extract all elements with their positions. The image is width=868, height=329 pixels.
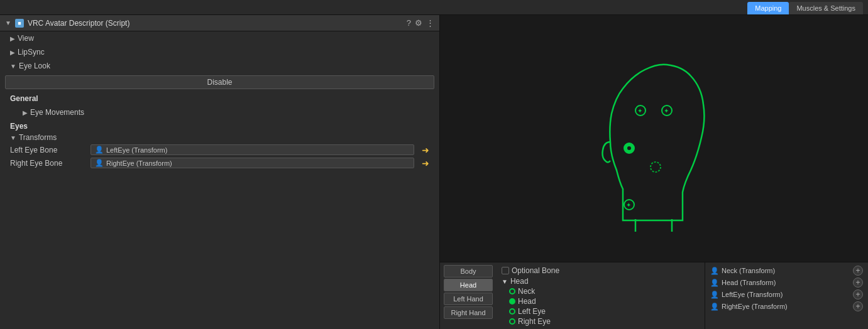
eye-movements-item[interactable]: ▶ Eye Movements [0,107,439,118]
script-actions: ? ⚙ ⋮ [407,18,434,28]
tree-righteye-item[interactable]: Right Eye [502,316,700,326]
left-eye-dot[interactable]: ✦ [635,105,646,116]
svg-text:✦: ✦ [664,107,669,114]
transforms-arrow-icon: ▼ [10,134,16,141]
neck-map-label: Neck (Transform) [722,267,775,274]
lefteye-map-label: LeftEye (Transform) [722,291,783,298]
righteye-map-add[interactable]: + [853,301,863,311]
script-title: VRC Avatar Descriptor (Script) [28,19,403,28]
left-eye-bone-icon: 👤 [95,146,104,154]
transforms-label[interactable]: ▼ Transforms [0,132,439,143]
yellow-arrow-1: ➜ [422,146,429,154]
ear-outline [602,142,610,163]
tree-section-head[interactable]: ▼ Head [502,276,700,286]
eyes-label: Eyes [0,118,439,132]
body-button[interactable]: Body [444,265,493,278]
tree-head-item-label: Head [518,297,536,306]
tab-bar: Mapping Muscles & Settings [0,0,868,15]
nav-lipsync-label: LipSync [18,48,45,57]
head-map-add[interactable]: + [853,278,863,288]
script-header: ▼ ■ VRC Avatar Descriptor (Script) ? ⚙ ⋮ [0,15,439,31]
optional-bone-row: Optional Bone [502,265,700,276]
bone-tree: Optional Bone ▼ Head Neck Head Left Eye [497,262,705,329]
svg-text:✦: ✦ [637,107,642,114]
bone-mapping: 👤 Neck (Transform) + 👤 Head (Transform) … [705,262,868,329]
right-eye-bone-icon: 👤 [95,159,104,167]
nav-eyelook[interactable]: ▼ Eye Look [0,59,439,73]
neck-map-row: 👤 Neck (Transform) + [710,265,863,276]
right-eye-bone-text: RightEye (Transform) [106,159,172,167]
help-icon[interactable]: ? [407,18,411,28]
left-eye-bone-label: Left Eye Bone [10,146,85,154]
head-map-label: Head (Transform) [722,279,776,286]
svg-text:✦: ✦ [626,202,631,208]
svg-point-6 [651,162,661,172]
tree-head-item[interactable]: Head [502,296,700,306]
lefteye-map-row: 👤 LeftEye (Transform) + [710,289,863,300]
tree-righteye-label: Right Eye [518,317,551,326]
left-eye-yellow-arrows: ➜ [422,146,429,154]
right-eye-dot[interactable]: ✦ [662,105,672,116]
head-map-icon: 👤 [710,279,719,287]
tree-lefteye-label: Left Eye [518,307,546,316]
settings-icon[interactable]: ⚙ [415,18,422,28]
right-eye-bone-value[interactable]: 👤 RightEye (Transform) [91,158,414,168]
general-label: General [10,94,429,103]
tab-muscles[interactable]: Muscles & Settings [789,2,863,14]
lefteye-tree-dot [509,308,515,315]
cheek-dot[interactable] [651,162,661,172]
yellow-arrow-2: ➜ [422,159,429,168]
tab-mapping[interactable]: Mapping [747,2,789,14]
left-panel: ▼ ■ VRC Avatar Descriptor (Script) ? ⚙ ⋮… [0,15,440,329]
lipsync-arrow-icon: ▶ [10,49,15,56]
righteye-map-icon: 👤 [710,303,719,311]
view-arrow-icon: ▶ [10,35,15,42]
lefteye-map-add[interactable]: + [853,289,863,299]
right-eye-bone-row: Right Eye Bone 👤 RightEye (Transform) ➜ [0,156,439,170]
head-outline [610,64,704,220]
righteye-map-name: 👤 RightEye (Transform) [710,303,788,311]
neck-map-name: 👤 Neck (Transform) [710,267,775,275]
transforms-text: Transforms [19,133,57,142]
righteye-tree-dot [509,318,515,325]
general-section: General [0,92,439,107]
neck-tree-dot [509,288,515,294]
head-silhouette: ✦ ✦ ✦ [585,45,723,233]
righteye-map-row: 👤 RightEye (Transform) + [710,301,863,312]
optional-bone-checkbox[interactable] [502,267,509,274]
neck-dot[interactable]: ✦ [624,200,634,210]
head-tree-dot [509,298,515,305]
left-eye-bone-value[interactable]: 👤 LeftEye (Transform) [91,144,414,155]
nav-eyelook-label: Eye Look [19,62,50,70]
lefteye-map-name: 👤 LeftEye (Transform) [710,291,783,299]
head-map-name: 👤 Head (Transform) [710,279,776,287]
nav-view[interactable]: ▶ View [0,31,439,45]
right-hand-button[interactable]: Right Hand [444,306,493,319]
neck-map-icon: 👤 [710,267,719,275]
menu-icon[interactable]: ⋮ [426,18,434,28]
lefteye-map-icon: 👤 [710,291,719,299]
bottom-controls: Body Head Left Hand Right Hand Optional … [440,262,868,329]
nav-lipsync[interactable]: ▶ LipSync [0,45,439,59]
tree-lefteye-item[interactable]: Left Eye [502,306,700,316]
eyelook-arrow-icon: ▼ [10,63,16,70]
neck-map-add[interactable]: + [853,266,863,276]
head-map-row: 👤 Head (Transform) + [710,277,863,288]
head-button[interactable]: Head [444,279,493,291]
disable-button[interactable]: Disable [5,75,434,89]
tree-neck-item[interactable]: Neck [502,286,700,296]
tree-head-label: Head [510,277,529,286]
viewport: ✦ ✦ ✦ [440,15,868,262]
right-eye-yellow-arrows: ➜ [422,159,429,168]
tree-head-arrow-icon: ▼ [502,278,508,285]
collapse-arrow-icon[interactable]: ▼ [5,19,11,26]
left-hand-button[interactable]: Left Hand [444,293,493,305]
nose-dot[interactable] [624,143,634,153]
eye-movements-arrow-icon: ▶ [23,109,28,116]
eye-movements-label: Eye Movements [30,108,84,117]
script-icon: ■ [15,19,24,28]
tree-neck-label: Neck [518,287,535,296]
right-eye-bone-label: Right Eye Bone [10,159,85,168]
svg-point-5 [627,146,631,150]
main-layout: ▼ ■ VRC Avatar Descriptor (Script) ? ⚙ ⋮… [0,15,868,329]
